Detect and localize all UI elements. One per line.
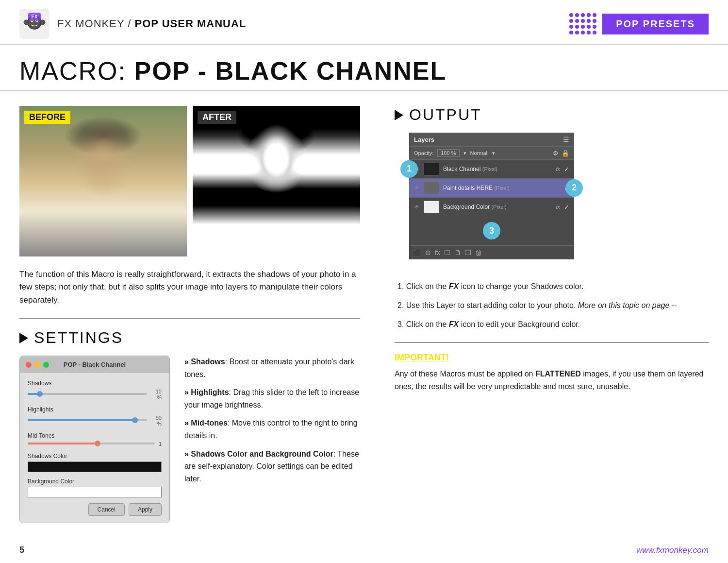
layer-1-check: ✓ — [564, 166, 569, 173]
layers-panel-title: Layers — [414, 136, 434, 143]
shadows-label: Shadows — [28, 380, 162, 387]
layers-panel: Layers ☰ Opacity: 100 % ▾ Normal ▾ ⚙ 🔒 — [409, 133, 574, 259]
dots-grid — [569, 13, 596, 34]
layer-3-wrapper: 👁 Background Color (Pixel) fx ✓ 3 — [409, 197, 574, 216]
settings-title: SETTINGS — [34, 329, 123, 347]
gear-icon[interactable]: ⚙ — [553, 150, 559, 157]
mask-icon[interactable]: ☐ — [444, 249, 450, 256]
midtones-value: 1 — [159, 441, 162, 447]
plugin-buttons: Cancel Apply — [28, 503, 162, 516]
svg-point-8 — [24, 20, 29, 25]
layers-titlebar: Layers ☰ — [409, 133, 574, 146]
pop-presets-badge: POP PRESETS — [602, 14, 709, 34]
visibility-icon-3[interactable]: 👁 — [414, 204, 420, 210]
close-dot — [26, 362, 32, 368]
minimize-dot — [34, 362, 40, 368]
before-label: BEFORE — [24, 111, 70, 124]
midtones-slider[interactable] — [28, 443, 155, 444]
badge-1: 1 — [400, 160, 418, 178]
layer-3-thumb — [424, 201, 439, 213]
fx-icon[interactable]: fx — [435, 249, 440, 256]
delete-icon[interactable]: 🗑 — [475, 249, 482, 256]
badge-2: 2 — [565, 179, 583, 197]
blend-mode[interactable]: Normal — [470, 150, 487, 156]
output-list-item-2: 2. Use this Layer to start adding color … — [395, 300, 709, 312]
new-layer-icon[interactable]: 🗋 — [454, 249, 461, 256]
visibility-icon-2[interactable]: 👁 — [414, 185, 420, 191]
output-title: OUTPUT — [409, 106, 482, 124]
left-column: BEFORE AFTER The function of this Macro … — [19, 106, 380, 523]
badge-3: 3 — [483, 222, 500, 239]
apply-button[interactable]: Apply — [129, 503, 162, 516]
main-content: BEFORE AFTER The function of this Macro … — [0, 91, 728, 533]
divider-1 — [19, 318, 360, 319]
shadows-slider[interactable] — [28, 393, 147, 395]
copy-icon[interactable]: ❐ — [465, 249, 471, 256]
layer-2[interactable]: 👁 Paint details HERE (Pixel) ✓ — [409, 178, 574, 197]
layer-1-wrapper: 1 👁 Black Channel (Pixel) fx ✓ — [409, 159, 574, 178]
shadows-value: 10 % — [151, 389, 162, 400]
svg-text:FX: FX — [32, 14, 38, 19]
opacity-label: Opacity: — [414, 150, 433, 156]
page-title: MACRO: POP - BLACK CHANNEL — [19, 56, 709, 85]
cancel-button[interactable]: Cancel — [88, 503, 125, 516]
header-left: FX FX MONKEY / POP USER MANUAL — [19, 9, 246, 39]
important-text: Any of these Macros must be applied on F… — [395, 368, 709, 392]
output-list-item-1: 1. Click on the FX icon to change your S… — [395, 281, 709, 293]
colors-desc: » Shadows Color and Background Color: Th… — [184, 448, 360, 485]
website-link[interactable]: www.fxmonkey.com — [636, 546, 709, 555]
description-text: The function of this Macro is really str… — [19, 268, 360, 307]
layers-opacity-row: Opacity: 100 % ▾ Normal ▾ ⚙ 🔒 — [409, 146, 574, 159]
mode-dropdown-icon: ▾ — [492, 150, 495, 156]
new-group-icon[interactable]: ⬛ — [413, 249, 421, 256]
settings-descriptions: » Shadows: Boost or attenuate your photo… — [184, 356, 360, 523]
layer-1[interactable]: 👁 Black Channel (Pixel) fx ✓ — [409, 159, 574, 178]
highlights-row: Highlights 90 % — [28, 406, 162, 427]
header-brand: FX MONKEY / POP USER MANUAL — [57, 17, 246, 30]
important-section: IMPORTANT! Any of these Macros must be a… — [395, 353, 709, 392]
layer-1-thumb — [424, 163, 439, 175]
header: FX FX MONKEY / POP USER MANUAL POP PRESE… — [0, 0, 728, 45]
layers-bottom-bar: ⬛ ⊙ fx ☐ 🗋 ❐ 🗑 — [409, 245, 574, 259]
logo-icon: FX — [19, 9, 50, 39]
svg-point-9 — [40, 20, 45, 25]
background-color-row: Background Color — [28, 478, 162, 497]
opacity-value[interactable]: 100 % — [437, 149, 459, 157]
layer-3-fx[interactable]: fx — [556, 204, 560, 210]
page-title-section: MACRO: POP - BLACK CHANNEL — [0, 45, 728, 91]
midtones-row: Mid-Tones 1 — [28, 432, 162, 447]
layer-2-name: Paint details HERE (Pixel) — [443, 185, 560, 191]
lock-icon[interactable]: 🔒 — [562, 150, 569, 157]
layer-1-fx[interactable]: fx — [556, 166, 560, 172]
shadows-desc: » Shadows: Boost or attenuate your photo… — [184, 356, 360, 380]
layer-1-name: Black Channel (Pixel) — [443, 166, 552, 172]
settings-content: POP - Black Channel Shadows 10 % — [19, 356, 360, 523]
plugin-window-controls — [26, 362, 49, 368]
highlights-slider[interactable] — [28, 419, 147, 421]
background-color-swatch[interactable] — [28, 487, 162, 497]
layer-3[interactable]: 👁 Background Color (Pixel) fx ✓ — [409, 197, 574, 216]
footer: 5 www.fxmonkey.com — [19, 545, 709, 555]
shadows-color-label: Shadows Color — [28, 453, 162, 460]
new-fill-icon[interactable]: ⊙ — [425, 249, 431, 256]
layers-panel-wrapper: Layers ☰ Opacity: 100 % ▾ Normal ▾ ⚙ 🔒 — [409, 133, 574, 271]
shadows-color-swatch[interactable] — [28, 461, 162, 472]
shadows-color-row: Shadows Color — [28, 453, 162, 472]
midtones-desc: » Mid-tones: Move this control to the ri… — [184, 417, 360, 442]
page-number: 5 — [19, 545, 24, 555]
highlights-desc: » Highlights: Drag this slider to the le… — [184, 386, 360, 411]
plugin-title: POP - Black Channel — [64, 361, 126, 368]
before-image-container: BEFORE — [19, 106, 187, 256]
divider-2 — [395, 342, 709, 343]
midtones-label: Mid-Tones — [28, 432, 162, 439]
layer-2-wrapper: 👁 Paint details HERE (Pixel) ✓ 2 — [409, 178, 574, 197]
layer-2-thumb — [424, 182, 439, 194]
before-after-section: BEFORE AFTER — [19, 106, 360, 256]
background-color-label: Background Color — [28, 478, 162, 485]
layer-3-name: Background Color (Pixel) — [443, 204, 552, 210]
plugin-body: Shadows 10 % Highlights — [20, 373, 169, 523]
important-title: IMPORTANT! — [395, 353, 709, 363]
layers-action-icons: ⚙ 🔒 — [553, 150, 569, 157]
highlights-label: Highlights — [28, 406, 162, 413]
layers-close-icon[interactable]: ☰ — [563, 136, 569, 143]
